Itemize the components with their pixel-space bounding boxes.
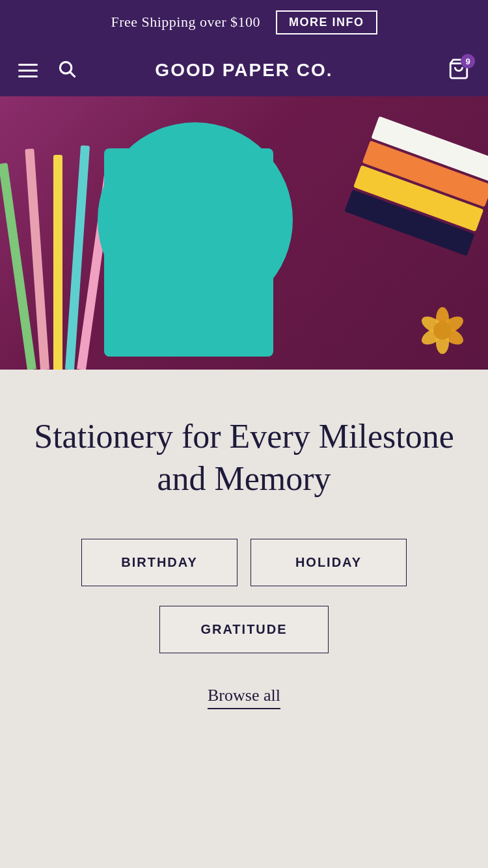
shipping-text: Free Shipping over $100 bbox=[111, 14, 260, 31]
svg-point-0 bbox=[60, 62, 72, 74]
browse-all-link[interactable]: Browse all bbox=[208, 686, 280, 709]
teal-circle bbox=[98, 122, 293, 318]
cart-icon[interactable]: 9 bbox=[448, 58, 470, 83]
svg-line-1 bbox=[70, 72, 75, 77]
site-header: GOOD PAPER CO. 9 bbox=[0, 44, 488, 96]
search-icon[interactable] bbox=[57, 59, 77, 81]
pencil-yellow bbox=[53, 155, 62, 370]
top-banner: Free Shipping over $100 MORE INFO bbox=[0, 0, 488, 44]
page-tagline: Stationery for Every Milestone and Memor… bbox=[26, 415, 462, 500]
svg-point-9 bbox=[433, 321, 452, 340]
birthday-button[interactable]: BIRTHDAY bbox=[81, 539, 237, 586]
more-info-button[interactable]: MORE INFO bbox=[276, 10, 377, 34]
main-content: Stationery for Every Milestone and Memor… bbox=[0, 370, 488, 748]
holiday-button[interactable]: HOLIDAY bbox=[251, 539, 407, 586]
header-left bbox=[18, 59, 77, 81]
gratitude-button[interactable]: GRATITUDE bbox=[159, 606, 329, 653]
site-logo[interactable]: GOOD PAPER CO. bbox=[155, 60, 332, 81]
flower-decoration bbox=[416, 305, 468, 357]
category-buttons: BIRTHDAY HOLIDAY bbox=[26, 539, 462, 586]
menu-icon[interactable] bbox=[18, 64, 38, 77]
hero-image bbox=[0, 96, 488, 370]
browse-all-wrap: Browse all bbox=[26, 686, 462, 709]
cart-badge: 9 bbox=[461, 54, 475, 68]
